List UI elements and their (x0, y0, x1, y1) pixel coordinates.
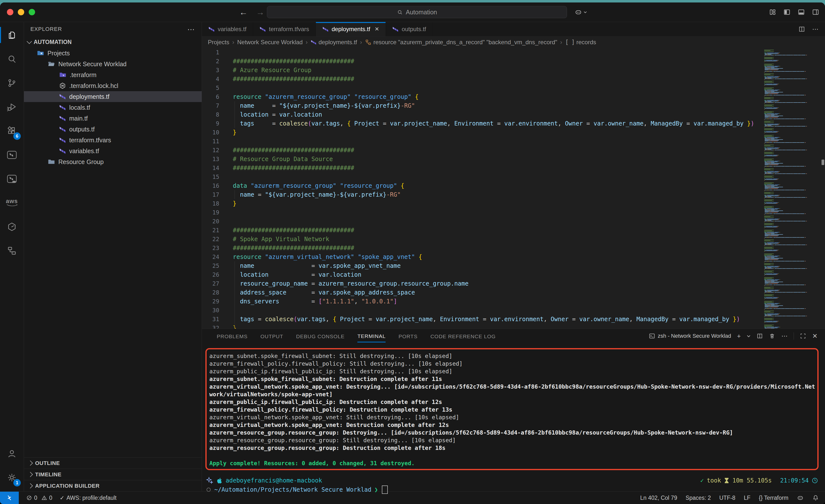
panel-tab-code-reference-log[interactable]: CODE REFERENCE LOG (430, 330, 496, 342)
sidebar-section-outline[interactable]: OUTLINE (24, 457, 202, 469)
zoom-window-button[interactable] (29, 9, 35, 15)
code-area: 12##################################3# A… (202, 48, 763, 329)
tree-item--terraform[interactable]: .terraform (24, 69, 202, 80)
panel-tab-ports[interactable]: PORTS (398, 330, 418, 342)
status-spaces-2[interactable]: Spaces: 2 (686, 495, 711, 501)
tf-icon (59, 104, 66, 111)
status-lf[interactable]: LF (744, 495, 750, 501)
vscode-window: ← → Automation 6aws1 EXPLORER ⋯ (0, 2, 825, 504)
sidebar-section-timeline[interactable]: TIMELINE (24, 469, 202, 480)
terminal-dropdown-icon[interactable] (747, 334, 751, 338)
customize-layout-icon[interactable] (769, 8, 776, 16)
symbol-array-icon: [ ] (565, 39, 574, 46)
toggle-secondary-sidebar-icon[interactable] (812, 8, 820, 16)
close-window-button[interactable] (7, 9, 13, 15)
aws-profile-status[interactable]: ✓ AWS: profile:default (60, 495, 117, 501)
line-number: 20 (202, 217, 219, 226)
apple-icon (216, 477, 223, 484)
tree-item-label: locals.tf (69, 104, 90, 111)
remote-icon (6, 494, 13, 501)
activity-item-terraform-cloud[interactable] (0, 167, 24, 191)
copilot-menu[interactable] (575, 8, 587, 16)
search-icon (7, 54, 17, 64)
tree-item-terraform-tfvars[interactable]: terraform.tfvars (24, 135, 202, 146)
tree-item-variables-tf[interactable]: variables.tf (24, 146, 202, 156)
activity-item-explorer[interactable] (0, 23, 24, 47)
breadcrumb-item[interactable]: Projects (208, 39, 229, 46)
forward-icon[interactable]: → (256, 7, 265, 17)
terraform-file-icon (392, 26, 399, 32)
tab-deployments-tf[interactable]: deployments.tf✕ (316, 22, 386, 36)
status-ln-402-col-79[interactable]: Ln 402, Col 79 (640, 495, 677, 501)
line-number: 30 (202, 306, 219, 315)
activity-item-settings[interactable]: 1 (0, 466, 24, 489)
activity-item-extensions[interactable]: 6 (0, 119, 24, 143)
minimap[interactable] (763, 48, 825, 329)
copilot-icon (575, 8, 582, 16)
panel-more-actions-icon[interactable]: ⋯ (781, 333, 788, 339)
line-number: 8 (202, 110, 219, 119)
tree-item-label: main.tf (69, 115, 88, 122)
tree-item-resource-group[interactable]: Resource Group (24, 156, 202, 167)
kill-terminal-icon[interactable] (769, 333, 775, 339)
status-utf-8[interactable]: UTF-8 (719, 495, 735, 501)
activity-item-terraform[interactable] (0, 143, 24, 167)
tab-bar: variables.tfterraform.tfvarsdeployments.… (202, 22, 825, 36)
tree-item-locals-tf[interactable]: locals.tf (24, 102, 202, 113)
status--terraform[interactable]: {} Terraform (759, 495, 789, 501)
tree-item-network-secure-worklad[interactable]: Network Secure Worklad (24, 59, 202, 69)
toggle-panel-icon[interactable] (797, 8, 805, 16)
prompt-path: ~/Automation/Projects/Network Secure Wor… (214, 486, 371, 493)
tab-outputs-tf[interactable]: outputs.tf (386, 22, 433, 36)
panel-tab-output[interactable]: OUTPUT (260, 330, 283, 342)
tree-item-projects[interactable]: Projects (24, 48, 202, 59)
problems-status[interactable]: 0 0 (26, 495, 52, 501)
panel-tab-problems[interactable]: PROBLEMS (217, 330, 248, 342)
remote-indicator[interactable] (0, 492, 19, 504)
toggle-sidebar-icon[interactable] (783, 8, 791, 16)
prompt-time: 21:09:54 (780, 477, 809, 484)
panel-tab-terminal[interactable]: TERMINAL (357, 330, 386, 342)
activity-item-source-control[interactable] (0, 71, 24, 95)
activity-item-aws[interactable]: aws (0, 191, 24, 215)
activity-item-search[interactable] (0, 47, 24, 71)
activity-item-accounts[interactable] (0, 441, 24, 466)
sidebar-section-application-builder[interactable]: APPLICATION BUILDER (24, 480, 202, 491)
sidebar-more-actions-icon[interactable]: ⋯ (188, 25, 195, 33)
scrollbar-handle[interactable] (822, 160, 824, 165)
breadcrumb-item[interactable]: Network Secure Worklad (237, 39, 303, 46)
split-editor-icon[interactable] (798, 26, 805, 32)
breadcrumb-item[interactable]: deployments.tf (311, 39, 357, 46)
split-terminal-icon[interactable] (757, 333, 763, 339)
close-panel-icon[interactable]: ✕ (812, 333, 818, 339)
panel-tab-debug-console[interactable]: DEBUG CONSOLE (296, 330, 345, 342)
tab-variables-tf[interactable]: variables.tf (202, 22, 253, 36)
activity-item-hashicorp[interactable] (0, 215, 24, 239)
terminal-instance-label[interactable]: zsh - Network Secure Worklad (649, 333, 731, 339)
tree-item-main-tf[interactable]: main.tf (24, 113, 202, 124)
workspace-root-automation[interactable]: AUTOMATION (24, 36, 202, 48)
tree-item-deployments-tf[interactable]: deployments.tf (24, 91, 202, 102)
section-label: TIMELINE (35, 472, 62, 478)
maximize-panel-icon[interactable] (800, 333, 806, 339)
code-line-26: 26 location = var.location (202, 270, 763, 279)
activity-item-application-builder[interactable] (0, 239, 24, 263)
tab-terraform-tfvars[interactable]: terraform.tfvars (253, 22, 316, 36)
breadcrumb-item[interactable]: resource "azurerm_private_dns_a_record" … (365, 39, 557, 46)
tree-item--terraform-lock-hcl[interactable]: .terraform.lock.hcl (24, 80, 202, 91)
back-icon[interactable]: ← (239, 7, 248, 17)
hashicorp-icon (7, 222, 17, 232)
breadcrumb-item[interactable]: [ ]records (565, 39, 596, 46)
new-terminal-icon[interactable]: + (737, 333, 741, 339)
clock-icon (812, 477, 818, 484)
editor-more-actions-icon[interactable]: ⋯ (812, 26, 819, 32)
tf-icon (59, 93, 66, 100)
copilot-status-icon[interactable] (797, 494, 804, 501)
tree-item-outputs-tf[interactable]: outputs.tf (24, 124, 202, 135)
activity-item-run-debug[interactable] (0, 95, 24, 119)
notifications-bell-icon[interactable] (812, 494, 819, 501)
minimize-window-button[interactable] (18, 9, 24, 15)
application-builder-icon (7, 246, 17, 256)
terminal-content[interactable]: azurerm_subnet.spoke_firewall_subnet: St… (202, 343, 825, 491)
command-center-search[interactable]: Automation (267, 6, 567, 18)
